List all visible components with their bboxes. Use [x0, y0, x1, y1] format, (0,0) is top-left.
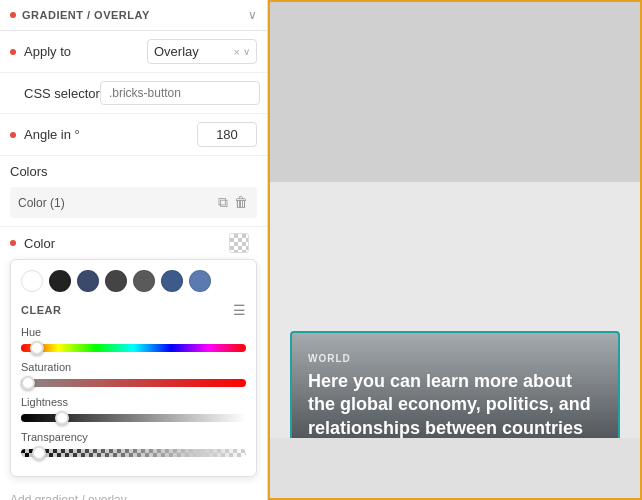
color-item-label: Color (1) [18, 196, 65, 210]
saturation-track[interactable] [21, 379, 246, 387]
angle-control [94, 122, 257, 147]
color-item-delete-icon[interactable]: 🗑 [233, 193, 249, 212]
apply-to-label: Apply to [24, 44, 94, 59]
select-clear-icon[interactable]: × [234, 46, 240, 58]
add-gradient-row: Add gradient / overlay [0, 487, 267, 500]
panel-header[interactable]: GRADIENT / OVERLAY ∨ [0, 0, 267, 31]
swatch-medium-gray[interactable] [133, 270, 155, 292]
left-panel: GRADIENT / OVERLAY ∨ Apply to Overlay × … [0, 0, 268, 500]
saturation-label: Saturation [21, 361, 246, 373]
swatch-navy[interactable] [77, 270, 99, 292]
apply-to-value: Overlay [154, 44, 199, 59]
preview-top-area [270, 2, 640, 182]
add-gradient-text: Add gradient / overlay [10, 493, 127, 500]
color-label: Color [24, 236, 94, 251]
css-selector-control [100, 81, 260, 105]
select-chevron-icon[interactable]: ∨ [243, 46, 250, 57]
preview-world-label: WORLD [308, 353, 602, 364]
hue-label: Hue [21, 326, 246, 338]
preset-colors [21, 270, 246, 292]
swatch-dark-gray[interactable] [49, 270, 71, 292]
css-selector-input[interactable] [100, 81, 260, 105]
apply-to-dot [10, 49, 16, 55]
apply-to-control: Overlay × ∨ [94, 39, 257, 64]
lightness-thumb[interactable] [55, 411, 69, 425]
angle-label: Angle in ° [24, 127, 94, 142]
angle-input[interactable] [197, 122, 257, 147]
chevron-down-icon[interactable]: ∨ [248, 8, 257, 22]
apply-to-row: Apply to Overlay × ∨ [0, 31, 267, 73]
css-selector-row: CSS selector [0, 73, 267, 114]
transparency-track[interactable] [21, 449, 246, 457]
select-actions: × ∨ [234, 46, 250, 58]
hue-slider-group: Hue [21, 326, 246, 355]
colors-section-label: Colors [0, 156, 267, 183]
lightness-label: Lightness [21, 396, 246, 408]
hue-thumb[interactable] [30, 341, 44, 355]
panel-header-title: GRADIENT / OVERLAY [10, 9, 150, 21]
transparency-thumb[interactable] [32, 446, 46, 460]
color-row: Color [0, 226, 267, 259]
swatch-light-blue[interactable] [189, 270, 211, 292]
lightness-track[interactable] [21, 414, 246, 422]
color-item: Color (1) ⧉ 🗑 [10, 187, 257, 218]
panel-title: GRADIENT / OVERLAY [22, 9, 150, 21]
swatch-gray[interactable] [105, 270, 127, 292]
saturation-thumb[interactable] [21, 376, 35, 390]
color-dot [10, 240, 16, 246]
transparency-label: Transparency [21, 431, 246, 443]
preview-title: Here you can learn more about the global… [308, 370, 602, 440]
picker-menu-icon[interactable]: ☰ [233, 302, 246, 318]
saturation-slider-group: Saturation [21, 361, 246, 390]
angle-row: Angle in ° [0, 114, 267, 156]
preview-bottom-area [270, 438, 640, 498]
hue-track[interactable] [21, 344, 246, 352]
transparency-slider-group: Transparency [21, 431, 246, 460]
right-panel: WORLD Here you can learn more about the … [268, 0, 642, 500]
color-picker: CLEAR ☰ Hue Saturation Lightness [10, 259, 257, 477]
css-selector-label: CSS selector [24, 86, 100, 101]
lightness-slider-group: Lightness [21, 396, 246, 425]
angle-dot [10, 132, 16, 138]
colors-section: Color (1) ⧉ 🗑 [0, 183, 267, 226]
color-preview-swatch[interactable] [229, 233, 249, 253]
swatch-blue[interactable] [161, 270, 183, 292]
color-item-copy-icon[interactable]: ⧉ [217, 193, 229, 212]
apply-to-select[interactable]: Overlay × ∨ [147, 39, 257, 64]
color-item-actions: ⧉ 🗑 [217, 193, 249, 212]
clear-button[interactable]: CLEAR [21, 304, 61, 316]
picker-actions: CLEAR ☰ [21, 302, 246, 318]
swatch-white[interactable] [21, 270, 43, 292]
header-dot [10, 12, 16, 18]
